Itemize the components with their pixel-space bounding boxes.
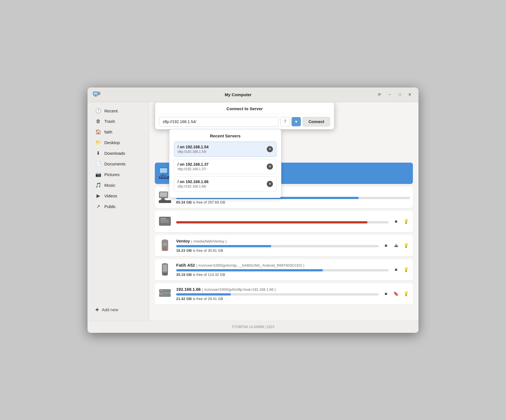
downloads-icon: ⬇	[95, 150, 101, 156]
sidebar-item-trash[interactable]: 🗑Trash	[90, 116, 147, 126]
maximize-button[interactable]: □	[395, 91, 404, 98]
fatih-a52-bar	[176, 269, 323, 271]
add-icon: ✚	[95, 307, 99, 312]
sftp-drive-bar	[176, 293, 231, 296]
svg-rect-1	[94, 92, 98, 95]
server-info-2: / on 192.168.1.66 sftp://192.168.1.66/	[178, 179, 267, 188]
sftp-drive-actions: ■ 🔖 💡	[382, 290, 410, 298]
fatih-a52-info: Fatih A52 ( /run/user/1000/gvfs/mtp..._S…	[176, 263, 389, 277]
server-remove-1[interactable]: ✕	[267, 163, 273, 170]
recent-servers-title: Recent Servers	[174, 133, 277, 138]
svg-point-31	[164, 248, 166, 250]
svg-rect-21	[159, 200, 171, 203]
sidebar-item-label-videos: Videos	[104, 193, 117, 198]
sidebar-item-public[interactable]: ↗Public	[90, 201, 147, 212]
sidebar-item-label-trash: Trash	[104, 119, 115, 124]
stop-button-a52[interactable]: ■	[392, 266, 400, 274]
unknown-drive-actions: ■ 💡	[392, 218, 410, 225]
svg-rect-3	[94, 96, 97, 97]
server-address-input[interactable]	[159, 117, 279, 126]
fatih-a52-free: 35.19 GB is free of 114.32 GB	[176, 273, 389, 277]
server-item-2[interactable]: / on 192.168.1.66 sftp://192.168.1.66/ ✕	[174, 176, 277, 191]
minimize-button[interactable]: −	[385, 91, 394, 98]
server-remove-0[interactable]: ✕	[267, 146, 273, 152]
svg-rect-15	[162, 177, 165, 177]
fatih-a52-icon	[158, 262, 172, 277]
svg-rect-28	[163, 243, 167, 243]
titlebar: My Computer ⟳ − □ ✕	[88, 87, 418, 102]
svg-rect-35	[164, 272, 166, 273]
titlebar-controls: ⟳ − □ ✕	[375, 91, 414, 98]
add-new-button[interactable]: ✚ Add new	[90, 305, 147, 315]
info-button-ventoy[interactable]: 💡	[402, 242, 410, 250]
server-name-2: / on 192.168.1.66	[178, 179, 267, 184]
sidebar-item-label-recent: Recent	[104, 109, 118, 113]
sidebar-item-pictures[interactable]: 📷Pictures	[90, 169, 147, 180]
sidebar-item-desktop[interactable]: 📁Desktop	[90, 137, 147, 148]
info-button-sftp[interactable]: 💡	[402, 290, 410, 298]
help-button[interactable]: ?	[280, 117, 290, 126]
root-drive-free: 65.34 GB is free of 297.69 GB	[176, 200, 410, 204]
main-layout: 🕐Recent🗑Trash🏠fatih📁Desktop⬇Downloads📄Do…	[88, 102, 418, 321]
unknown-drive-bar-wrap	[176, 221, 389, 223]
svg-rect-6	[98, 93, 100, 93]
fatih-a52-item: Fatih A52 ( /run/user/1000/gvfs/mtp..._S…	[155, 259, 413, 280]
ventoy-drive-info: Ventoy ( /media/fatih/Ventoy ) 16.23 GB …	[176, 239, 379, 253]
svg-rect-23	[160, 218, 166, 219]
server-remove-2[interactable]: ✕	[267, 181, 273, 187]
recent-icon: 🕐	[95, 108, 101, 114]
sftp-drive-free: 21.42 GB is free of 29.41 GB	[176, 297, 379, 301]
ventoy-drive-name: Ventoy ( /media/fatih/Ventoy )	[176, 239, 379, 243]
svg-rect-11	[162, 174, 164, 175]
server-item-0[interactable]: / on 192.168.1.54 sftp://192.168.1.54/ ✕	[174, 142, 277, 157]
svg-rect-18	[160, 192, 167, 197]
refresh-button[interactable]: ⟳	[375, 91, 384, 98]
ventoy-drive-bar-wrap	[176, 245, 379, 247]
ventoy-drive-free: 16.23 GB is free of 30.91 GB	[176, 248, 379, 253]
svg-rect-7	[98, 94, 100, 94]
sidebar-item-label-pictures: Pictures	[104, 172, 119, 177]
sidebar-bottom: ✚ Add new	[88, 302, 149, 317]
stop-button[interactable]: ■	[392, 218, 400, 225]
svg-rect-34	[163, 264, 167, 272]
sidebar-item-music[interactable]: 🎵Music	[90, 180, 147, 190]
unknown-drive-info	[176, 220, 389, 223]
sftp-drive-info: 192.168.1.66 ( /run/user/1000/gvfs/sftp:…	[176, 287, 379, 301]
sidebar-item-label-public: Public	[104, 204, 116, 209]
connect-server-dialog: Connect to Server ? ▼ Connect Recent Ser…	[155, 102, 334, 130]
sftp-drive-name: 192.168.1.66 ( /run/user/1000/gvfs/sftp:…	[176, 287, 379, 292]
server-item-1[interactable]: / on 192.168.1.37 sftp://192.168.1.37/ ✕	[174, 159, 277, 174]
music-icon: 🎵	[95, 182, 101, 188]
eject-button-ventoy[interactable]: ⏏	[392, 242, 400, 250]
unknown-drive-bar	[176, 221, 367, 223]
content-area: Connect to Server ? ▼ Connect Recent Ser…	[149, 102, 418, 321]
info-button[interactable]: 💡	[402, 218, 410, 225]
close-button[interactable]: ✕	[406, 91, 414, 98]
svg-rect-12	[160, 175, 165, 176]
svg-point-42	[168, 290, 169, 291]
sidebar-item-videos[interactable]: ▶Videos	[90, 191, 147, 201]
stop-button-sftp[interactable]: ■	[382, 290, 390, 298]
sidebar-item-fatih[interactable]: 🏠fatih	[90, 127, 147, 137]
server-info-1: / on 192.168.1.37 sftp://192.168.1.37/	[178, 162, 267, 171]
server-list: / on 192.168.1.54 sftp://192.168.1.54/ ✕…	[174, 142, 277, 191]
ventoy-drive-icon	[158, 238, 172, 253]
documents-icon: 📄	[95, 161, 101, 167]
svg-rect-20	[160, 199, 165, 200]
info-button-a52[interactable]: 💡	[402, 266, 410, 274]
connect-button[interactable]: Connect	[303, 117, 330, 126]
stop-button-ventoy[interactable]: ■	[382, 242, 390, 250]
server-name-0: / on 192.168.1.54	[178, 145, 267, 149]
desktop-icon: 📁	[95, 140, 101, 146]
sidebar-item-label-documents: Documents	[104, 161, 126, 166]
svg-rect-37	[164, 264, 166, 264]
recent-servers-dropdown-button[interactable]: ▼	[291, 117, 301, 126]
ventoy-drive-bar	[176, 245, 271, 247]
sidebar-item-documents[interactable]: 📄Documents	[90, 159, 147, 169]
bookmark-button-sftp[interactable]: 🔖	[392, 290, 400, 298]
sidebar-item-downloads[interactable]: ⬇Downloads	[90, 148, 147, 158]
svg-rect-40	[160, 290, 162, 291]
sidebar-item-recent[interactable]: 🕐Recent	[90, 106, 147, 116]
server-url-2: sftp://192.168.1.66/	[178, 184, 267, 188]
sftp-drive-bar-wrap	[176, 293, 379, 296]
